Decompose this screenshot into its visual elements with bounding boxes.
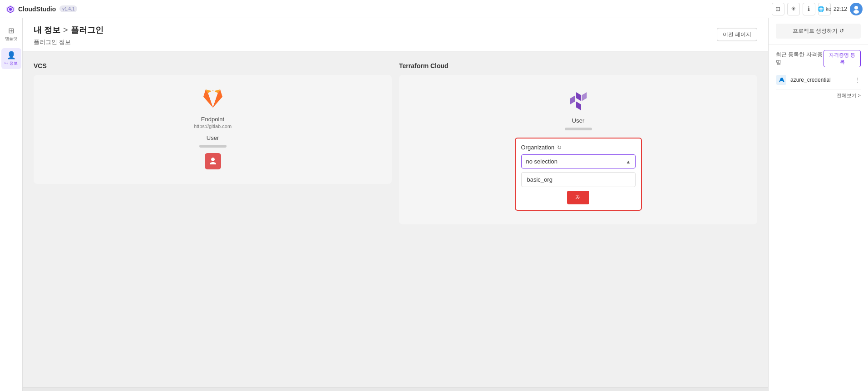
tf-user-value-bar: [565, 128, 592, 130]
templates-icon: ⊞: [8, 26, 14, 35]
breadcrumb-current: 플러그인: [71, 25, 104, 35]
azure-icon: [776, 74, 787, 85]
org-refresh-icon[interactable]: ↻: [557, 144, 562, 151]
right-panel-header: 프로젝트 생성하기 ↺: [769, 18, 868, 45]
org-select-wrapper: no selection basic_org ▲: [521, 154, 636, 168]
myinfo-icon: 👤: [7, 51, 16, 59]
svg-point-3: [854, 6, 858, 10]
right-panel-credentials-section: 최근 등록한 자격증명 자격증명 등록 azure_credential ⋮ 전…: [769, 45, 868, 104]
terraform-section-title: Terraform Cloud: [399, 62, 757, 69]
create-project-label: 프로젝트 생성하기 ↺: [793, 27, 844, 35]
sidebar-item-templates[interactable]: ⊞ 템플릿: [1, 24, 21, 45]
tf-user-label: User: [572, 117, 584, 124]
terraform-card: User Organization ↻ no selection basic_o…: [399, 75, 757, 224]
credential-item: azure_credential ⋮: [776, 71, 861, 89]
credential-name: azure_credential: [790, 77, 851, 83]
time-display: 22:12: [833, 6, 847, 12]
info-button[interactable]: ℹ: [803, 3, 815, 15]
topbar-left: CloudStudio v1.4.1: [5, 4, 77, 14]
sidebar-item-myinfo-label: 내 정보: [5, 60, 18, 66]
topbar-right: ⊡ ☀ ℹ 🌐 ko 22:12: [772, 3, 863, 15]
vcs-user-label: User: [207, 134, 219, 141]
version-badge: v1.4.1: [59, 5, 77, 12]
view-all-link[interactable]: 전체보기 >: [776, 92, 861, 99]
logo: CloudStudio: [5, 4, 56, 14]
theme-button[interactable]: ☀: [787, 3, 800, 15]
breadcrumb-parent: 내 정보: [34, 25, 60, 35]
vcs-card: Endpoint https://gitlab.com User: [34, 75, 392, 184]
content-area: 내 정보 > 플러그인 플러그인 정보 이전 페이지 VCS: [23, 18, 768, 391]
create-project-button[interactable]: 프로젝트 생성하기 ↺: [776, 24, 861, 39]
org-label: Organization ↻: [521, 144, 636, 151]
vcs-section: VCS Endpoint: [34, 62, 392, 376]
right-panel: 프로젝트 생성하기 ↺ 최근 등록한 자격증명 자격증명 등록 azure_cr…: [768, 18, 868, 391]
org-dropdown-container: Organization ↻ no selection basic_org ▲: [515, 138, 642, 211]
page-subtitle: 플러그인 정보: [34, 38, 757, 46]
lang-label: ko: [826, 6, 832, 12]
vcs-user-value-bar: [199, 145, 227, 148]
org-option-basic-org[interactable]: basic_org: [522, 173, 635, 187]
sidebar-item-templates-label: 템플릿: [5, 36, 17, 42]
sidebar-item-myinfo[interactable]: 👤 내 정보: [1, 48, 21, 69]
svg-point-4: [853, 10, 859, 14]
breadcrumb: 내 정보 > 플러그인: [34, 25, 757, 35]
plugin-content: VCS Endpoint: [23, 51, 768, 387]
sidebar: ⊞ 템플릿 👤 내 정보: [0, 18, 23, 391]
org-label-text: Organization: [521, 144, 555, 151]
main-layout: ⊞ 템플릿 👤 내 정보 내 정보 > 플러그인 플러그인 정보 이전 페이지 …: [0, 18, 868, 391]
bottom-scrollbar: [23, 387, 768, 391]
terraform-section: Terraform Cloud User: [399, 62, 757, 376]
app-name: CloudStudio: [18, 5, 56, 13]
org-select[interactable]: no selection basic_org: [521, 154, 636, 168]
page-header: 내 정보 > 플러그인 플러그인 정보 이전 페이지: [23, 18, 768, 51]
globe-icon: 🌐: [818, 6, 824, 12]
right-panel-section-title: 최근 등록한 자격증명 자격증명 등록: [776, 50, 861, 67]
terraform-icon: [567, 89, 589, 112]
credentials-title: 최근 등록한 자격증명: [776, 51, 824, 66]
gitlab-icon: [202, 89, 224, 110]
prev-page-button[interactable]: 이전 페이지: [717, 28, 757, 41]
language-button[interactable]: 🌐 ko: [818, 3, 831, 15]
org-options-list: basic_org: [521, 172, 636, 187]
avatar-button[interactable]: [850, 3, 863, 15]
credential-menu-button[interactable]: ⋮: [854, 76, 861, 84]
monitor-button[interactable]: ⊡: [772, 3, 784, 15]
topbar: CloudStudio v1.4.1 ⊡ ☀ ℹ 🌐 ko 22:12: [0, 0, 868, 18]
vcs-user-icon-button[interactable]: [205, 153, 221, 169]
credential-register-button[interactable]: 자격증명 등록: [824, 50, 861, 67]
breadcrumb-separator: >: [63, 25, 68, 35]
vcs-endpoint-url: https://gitlab.com: [194, 124, 232, 129]
vcs-endpoint-label: Endpoint: [201, 116, 224, 123]
vcs-section-title: VCS: [34, 62, 392, 69]
save-button[interactable]: 저: [567, 191, 589, 204]
